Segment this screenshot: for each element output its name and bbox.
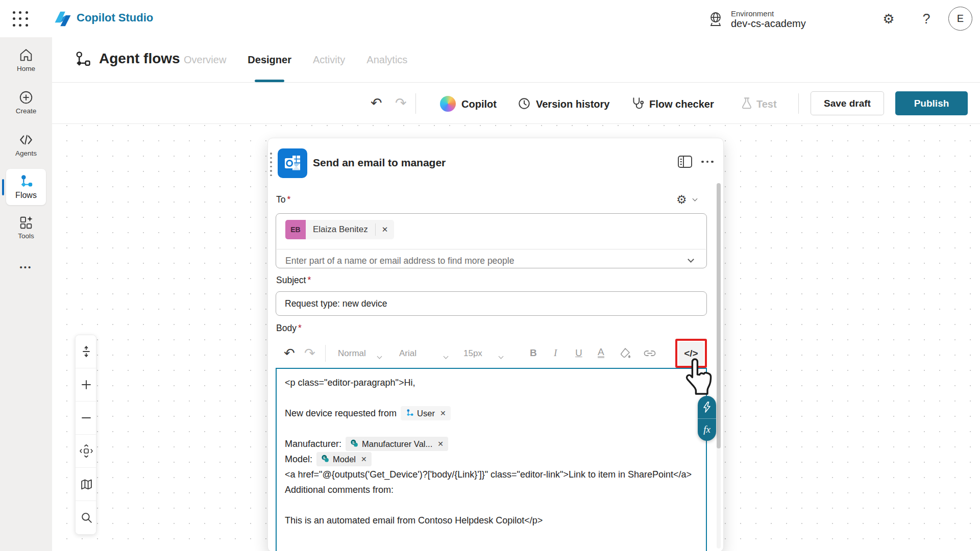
flow-designer-canvas[interactable]: Send an email to manager To* ⚙ EB xyxy=(52,124,980,551)
code-view-button[interactable]: </> xyxy=(678,342,704,365)
recipient-name: Elaiza Benitez xyxy=(306,224,375,235)
version-history-icon xyxy=(518,97,531,110)
rich-text-editor: ↶ ↷ Normal Arial 15px B I U A xyxy=(276,339,707,551)
remove-chip-icon[interactable]: ✕ xyxy=(438,406,446,421)
dialog-scrollbar-thumb[interactable] xyxy=(717,183,721,448)
sidebar-active-indicator xyxy=(2,179,4,195)
toolbar-divider xyxy=(325,345,326,362)
bold-button[interactable]: B xyxy=(530,347,537,359)
chevron-down-icon xyxy=(692,196,697,201)
to-search-placeholder[interactable]: Enter part of a name or email address to… xyxy=(285,256,514,266)
environment-picker[interactable]: Environment dev-cs-academy xyxy=(707,9,806,30)
remove-chip-icon[interactable]: ✕ xyxy=(435,436,444,452)
model-dynamic-chip[interactable]: SModel✕ xyxy=(316,452,372,466)
zoom-out-icon[interactable] xyxy=(76,402,96,435)
save-draft-button[interactable]: Save draft xyxy=(811,91,884,115)
publish-button[interactable]: Publish xyxy=(895,91,968,115)
underline-button[interactable]: U xyxy=(575,347,582,359)
sidebar-item-label: Home xyxy=(17,65,35,72)
top-app-bar: Copilot Studio Environment dev-cs-academ… xyxy=(0,0,980,37)
body-line: <p class="editor-paragraph">Hi, xyxy=(285,375,698,390)
outlook-icon xyxy=(278,148,307,178)
body-line: This is an automated email from Contoso … xyxy=(285,513,698,528)
settings-gear-icon[interactable]: ⚙ xyxy=(879,9,898,29)
recipient-avatar: EB xyxy=(285,220,306,239)
editor-redo-icon[interactable]: ↷ xyxy=(304,346,315,360)
fit-height-icon[interactable] xyxy=(76,335,96,368)
body-line: Additional comments from: xyxy=(285,482,698,497)
subject-input[interactable]: Request type: new device xyxy=(276,291,707,316)
user-dynamic-chip[interactable]: User✕ xyxy=(401,406,451,420)
manufacturer-dynamic-chip[interactable]: SManufacturer Val...✕ xyxy=(346,437,448,451)
app-title: Copilot Studio xyxy=(77,11,153,24)
to-field-label: To* xyxy=(276,194,290,205)
svg-text:S: S xyxy=(323,456,326,460)
paragraph-style-dropdown[interactable]: Normal xyxy=(338,348,366,359)
subject-value: Request type: new device xyxy=(285,298,387,309)
page-title: Agent flows xyxy=(99,51,180,67)
copilot-studio-logo-icon xyxy=(53,9,72,29)
body-line: Manufacturer:SManufacturer Val...✕ xyxy=(285,436,698,452)
highlight-color-icon[interactable] xyxy=(620,347,632,360)
zoom-in-icon[interactable] xyxy=(76,368,96,402)
editor-undo-icon[interactable]: ↶ xyxy=(284,346,295,360)
card-drag-handle-icon[interactable] xyxy=(270,153,272,176)
tab-analytics[interactable]: Analytics xyxy=(366,37,407,82)
recipient-chip[interactable]: EB Elaiza Benitez ✕ xyxy=(285,220,394,239)
remove-chip-icon[interactable]: ✕ xyxy=(359,452,367,467)
fit-view-icon[interactable] xyxy=(76,435,96,468)
agent-flows-icon xyxy=(74,51,92,69)
sidebar-item-label: Agents xyxy=(15,149,37,157)
tab-overview[interactable]: Overview xyxy=(184,37,226,82)
sidebar-item-label: Tools xyxy=(18,232,34,240)
font-size-dropdown[interactable]: 15px xyxy=(463,348,482,359)
environment-label: Environment xyxy=(731,9,806,18)
to-recipients-field[interactable]: EB Elaiza Benitez ✕ Enter part of a name… xyxy=(276,213,707,268)
sidebar-item-agents[interactable]: Agents xyxy=(0,132,52,157)
rich-text-toolbar: ↶ ↷ Normal Arial 15px B I U A xyxy=(276,339,707,368)
canvas-zoom-toolbar xyxy=(75,335,96,535)
agents-icon xyxy=(18,132,34,147)
expression-fx-button[interactable]: fx xyxy=(698,419,716,441)
tab-activity[interactable]: Activity xyxy=(313,37,345,82)
field-divider xyxy=(277,249,706,249)
field-gear-icon: ⚙ xyxy=(676,193,687,206)
chevron-down-icon xyxy=(499,351,503,360)
remove-recipient-icon[interactable]: ✕ xyxy=(376,225,395,234)
redo-icon[interactable]: ↷ xyxy=(395,96,407,110)
help-icon[interactable]: ? xyxy=(917,9,936,29)
home-icon xyxy=(18,47,34,63)
sidebar-item-tools[interactable]: Tools xyxy=(0,215,52,240)
insert-link-icon[interactable] xyxy=(643,348,656,359)
open-side-panel-icon[interactable] xyxy=(676,154,694,170)
italic-button[interactable]: I xyxy=(554,347,557,359)
sidebar-item-flows-active[interactable]: Flows xyxy=(6,169,46,205)
sidebar-item-label: Create xyxy=(16,107,37,115)
environment-name: dev-cs-academy xyxy=(731,18,806,30)
test-button[interactable]: Test xyxy=(756,98,777,110)
search-icon[interactable] xyxy=(76,501,96,534)
copilot-button[interactable]: Copilot xyxy=(461,98,497,110)
font-color-button[interactable]: A xyxy=(598,347,604,358)
sidebar-more-icon[interactable]: ••• xyxy=(0,263,52,271)
flow-checker-icon xyxy=(631,96,644,110)
email-body-editor[interactable]: <p class="editor-paragraph">Hi, New devi… xyxy=(276,368,707,551)
editor-side-pills: fx xyxy=(698,396,716,441)
card-more-menu-icon[interactable] xyxy=(699,154,716,170)
chevron-down-icon[interactable] xyxy=(688,256,694,263)
version-history-button[interactable]: Version history xyxy=(536,98,610,110)
user-avatar[interactable]: E xyxy=(948,7,972,31)
chevron-down-icon xyxy=(378,351,381,360)
font-family-dropdown[interactable]: Arial xyxy=(399,348,416,359)
dynamic-content-lightning-icon[interactable] xyxy=(698,396,716,419)
tab-designer[interactable]: Designer xyxy=(248,37,291,82)
body-field-label: Body* xyxy=(276,323,302,334)
svg-text:S: S xyxy=(352,441,355,445)
undo-icon[interactable]: ↶ xyxy=(371,96,382,110)
flow-checker-button[interactable]: Flow checker xyxy=(649,98,714,110)
to-field-settings[interactable]: ⚙ xyxy=(676,193,697,206)
app-launcher-waffle-icon[interactable] xyxy=(11,10,30,28)
minimap-icon[interactable] xyxy=(76,468,96,501)
sidebar-item-home[interactable]: Home xyxy=(0,47,52,72)
sidebar-item-create[interactable]: Create xyxy=(0,90,52,115)
